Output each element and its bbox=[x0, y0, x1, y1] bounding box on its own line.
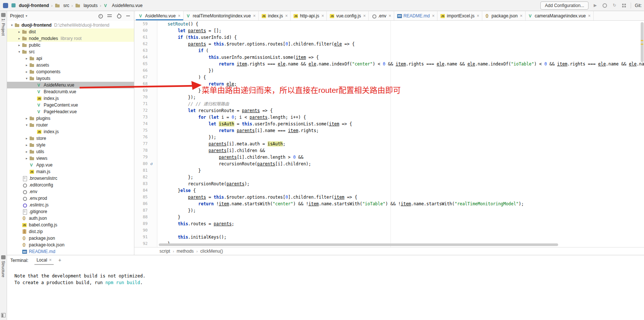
code-line[interactable]: 75 return parents[i].name === item.right… bbox=[134, 127, 644, 134]
editor-tab[interactable]: http-api.js× bbox=[291, 11, 327, 20]
line-number[interactable]: 86 bbox=[134, 201, 148, 207]
line-number[interactable]: 67 bbox=[134, 74, 148, 81]
tree-item[interactable]: .env.prod bbox=[7, 195, 134, 202]
breadcrumb-item[interactable]: layouts bbox=[75, 3, 98, 8]
tree-item[interactable]: PageHeader.vue bbox=[7, 108, 134, 115]
tree-item[interactable]: ▸views bbox=[7, 155, 134, 162]
breadcrumb-item[interactable]: src bbox=[55, 3, 69, 8]
code-editor[interactable]: 59 setRoute() {60 let parents = [];61 if… bbox=[134, 21, 644, 247]
close-icon[interactable]: × bbox=[49, 257, 51, 263]
editor-tab[interactable]: package.json× bbox=[482, 11, 526, 20]
code-line[interactable]: 77 parents[i].meta.auth = isAuth; bbox=[134, 141, 644, 147]
line-number[interactable]: 65 bbox=[134, 61, 148, 67]
chevron-closed-icon[interactable]: ▸ bbox=[24, 156, 29, 160]
recursion-icon[interactable]: ↺ bbox=[150, 161, 153, 167]
line-number[interactable]: 91 bbox=[134, 234, 148, 240]
line-number[interactable]: 76 bbox=[134, 134, 148, 141]
line-number[interactable]: 78 bbox=[134, 147, 148, 154]
chevron-closed-icon[interactable]: ▸ bbox=[24, 57, 29, 60]
code-line[interactable]: 59 setRoute() { bbox=[134, 21, 644, 27]
line-number[interactable]: 85 bbox=[134, 194, 148, 201]
tree-item[interactable]: package-lock.json bbox=[7, 242, 134, 248]
code-line[interactable]: 78 parents[i].children && bbox=[134, 147, 644, 154]
toolwindows-icon[interactable] bbox=[621, 3, 627, 9]
git-label[interactable]: Git: bbox=[635, 3, 642, 8]
tree-item[interactable]: auth.json bbox=[7, 215, 134, 222]
tree-item[interactable]: babel.config.js bbox=[7, 222, 134, 228]
close-icon[interactable]: × bbox=[285, 13, 288, 18]
chevron-closed-icon[interactable]: ▸ bbox=[17, 37, 22, 40]
code-line[interactable]: 62 parents = this.$router.options.routes… bbox=[134, 41, 644, 47]
tree-item[interactable]: package.json bbox=[7, 235, 134, 242]
code-line[interactable]: 79 parents[i].children.length > 0 && bbox=[134, 154, 644, 161]
tree-item[interactable]: dist.zip bbox=[7, 228, 134, 235]
code-line[interactable]: 89 this.routes = parents; bbox=[134, 220, 644, 227]
add-configuration-button[interactable]: Add Configuration... bbox=[540, 1, 588, 10]
close-icon[interactable]: × bbox=[363, 13, 366, 18]
locate-file-icon[interactable] bbox=[97, 13, 103, 19]
code-line[interactable]: 71 // // 递归权限路由 bbox=[134, 101, 644, 107]
tree-item[interactable]: .browserslistrc bbox=[7, 175, 134, 182]
line-number[interactable]: 82 bbox=[134, 174, 148, 181]
code-line[interactable]: 81 } bbox=[134, 167, 644, 174]
code-line[interactable]: 69 } bbox=[134, 87, 644, 94]
tree-item[interactable]: main.js bbox=[7, 168, 134, 175]
breadcrumb-item[interactable]: AsideMenu.vue bbox=[103, 3, 142, 8]
code-line[interactable]: 74 let isAuth = this.userInfo.permission… bbox=[134, 121, 644, 127]
chevron-closed-icon[interactable]: ▸ bbox=[17, 43, 22, 47]
code-line[interactable]: 60 let parents = []; bbox=[134, 27, 644, 34]
line-number[interactable]: 80 bbox=[134, 161, 148, 167]
chevron-open-icon[interactable]: ▾ bbox=[24, 123, 29, 127]
editor-tab[interactable]: vue.config.js× bbox=[327, 11, 369, 20]
tree-item[interactable]: AsideMenu.vue bbox=[7, 82, 134, 88]
editor-tab[interactable]: README.md× bbox=[394, 11, 437, 20]
line-number[interactable]: 74 bbox=[134, 121, 148, 127]
code-line[interactable]: 88 } bbox=[134, 214, 644, 220]
line-number[interactable]: 79 bbox=[134, 154, 148, 161]
tree-item[interactable]: ▾duoji-frontendD:\zheheWeb\duoji-fronten… bbox=[7, 22, 134, 28]
line-number[interactable]: 89 bbox=[134, 220, 148, 227]
editor-tab[interactable]: cameraManage\index.vue× bbox=[526, 11, 594, 20]
terminal-tab-local[interactable]: Local × bbox=[34, 257, 54, 265]
chevron-closed-icon[interactable]: ▸ bbox=[24, 117, 29, 120]
close-icon[interactable]: × bbox=[178, 13, 181, 18]
line-number[interactable]: 90 bbox=[134, 227, 148, 234]
tree-item[interactable]: .editorconfig bbox=[7, 182, 134, 188]
code-line[interactable]: 86 return !item.name.startsWith("center"… bbox=[134, 201, 644, 207]
project-stripe-button[interactable]: 1: Project bbox=[0, 13, 7, 36]
tree-item[interactable]: README.md bbox=[7, 248, 134, 255]
code-line[interactable]: 84 }else { bbox=[134, 187, 644, 194]
tree-item[interactable]: index.js bbox=[7, 95, 134, 102]
terminal-output[interactable]: Note that the development build is not o… bbox=[7, 265, 644, 320]
line-number[interactable]: 63 bbox=[134, 47, 148, 54]
code-line[interactable]: 73 for (let i = 0; i < parents.length; i… bbox=[134, 114, 644, 121]
editor-tab[interactable]: .env× bbox=[369, 11, 394, 20]
line-number[interactable]: 71 bbox=[134, 101, 148, 107]
line-number[interactable]: 75 bbox=[134, 127, 148, 134]
tree-item[interactable]: ▸assets bbox=[7, 62, 134, 68]
tree-item[interactable]: ▾router bbox=[7, 122, 134, 128]
line-number[interactable]: 69 bbox=[134, 87, 148, 94]
line-number[interactable]: 70 bbox=[134, 94, 148, 101]
breadcrumb-item[interactable]: methods bbox=[177, 249, 194, 254]
horizontal-scrollbar[interactable] bbox=[159, 243, 558, 246]
close-icon[interactable]: × bbox=[253, 13, 256, 18]
line-number[interactable]: 73 bbox=[134, 114, 148, 121]
chevron-open-icon[interactable]: ▾ bbox=[24, 77, 29, 80]
line-number[interactable]: 92 bbox=[134, 240, 148, 247]
code-line[interactable]: 63 if ( bbox=[134, 47, 644, 54]
line-number[interactable]: 83 bbox=[134, 181, 148, 187]
line-number[interactable]: 81 bbox=[134, 167, 148, 174]
line-number[interactable]: 72 bbox=[134, 107, 148, 114]
code-line[interactable]: 76 }); bbox=[134, 134, 644, 141]
close-icon[interactable]: × bbox=[588, 13, 591, 18]
close-icon[interactable]: × bbox=[389, 13, 391, 18]
update-project-icon[interactable]: ↻ bbox=[611, 3, 617, 9]
chevron-closed-icon[interactable]: ▸ bbox=[24, 150, 29, 154]
tree-item[interactable]: ▸node_moduleslibrary root bbox=[7, 35, 134, 42]
close-icon[interactable]: × bbox=[520, 13, 523, 18]
chevron-open-icon[interactable]: ▾ bbox=[9, 23, 14, 27]
breadcrumb-item[interactable]: script bbox=[160, 249, 170, 254]
structure-stripe-button[interactable]: Structure bbox=[0, 255, 7, 277]
chevron-closed-icon[interactable]: ▸ bbox=[24, 137, 29, 140]
